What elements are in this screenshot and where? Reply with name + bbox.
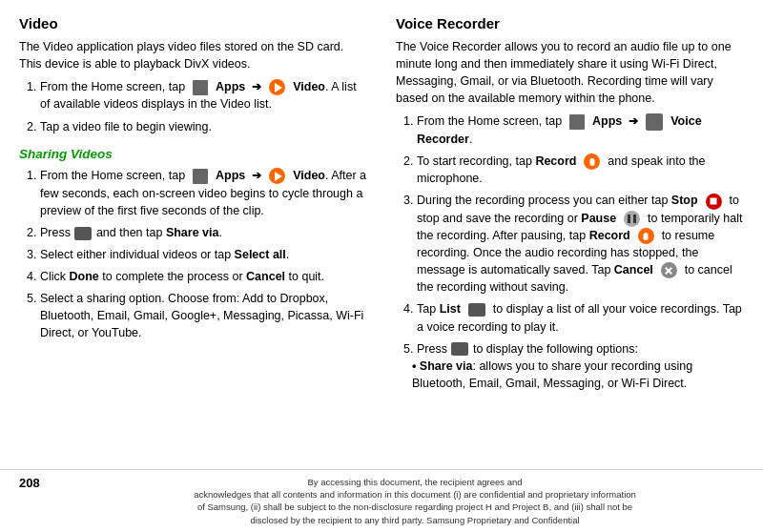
stop-icon — [706, 194, 722, 210]
share-via-bullet: Share via: allows you to share your reco… — [412, 358, 744, 392]
list-icon — [468, 303, 485, 317]
record-label: Record — [535, 154, 576, 168]
list-item: To start recording, tap Record and speak… — [417, 153, 744, 187]
apps-icon — [193, 169, 208, 184]
video-title: Video — [19, 13, 367, 34]
pause-label: Pause — [581, 212, 616, 225]
page-number: 208 — [19, 476, 48, 490]
legal-line3: of Samsung, (ii) shall be subject to the… — [197, 501, 632, 512]
list-item: Press to display the following options: … — [417, 340, 744, 392]
arrow-icon: ➔ — [629, 114, 638, 128]
list-item: From the Home screen, tap Apps ➔ Video. … — [40, 167, 367, 219]
record-label2: Record — [589, 229, 630, 242]
list-item: From the Home screen, tap Apps ➔ Video. … — [40, 78, 367, 113]
video-icon — [269, 79, 285, 95]
apps-label: Apps — [216, 169, 245, 182]
apps-icon — [569, 114, 585, 130]
menu-icon — [74, 227, 92, 240]
select-all-label: Select all — [235, 248, 286, 261]
footer-legal: By accessing this document, the recipien… — [86, 476, 744, 526]
cancel-icon — [661, 262, 677, 278]
list-item: During the recording process you can eit… — [417, 192, 744, 296]
legal-line4: disclosed by the recipient to any third … — [250, 515, 579, 525]
voice-recorder-title: Voice Recorder — [396, 13, 744, 34]
cancel-label: Cancel — [246, 270, 285, 283]
arrow-icon: ➔ — [252, 80, 261, 93]
arrow-icon: ➔ — [252, 169, 261, 182]
list-item: Select either individual videos or tap S… — [40, 246, 367, 263]
list-item: Select a sharing option. Choose from: Ad… — [40, 290, 367, 341]
done-label: Done — [70, 270, 99, 283]
list-item: Press and then tap Share via. — [40, 224, 367, 241]
video-intro: The Video application plays video files … — [19, 38, 367, 72]
legal-line2: acknowledges that all contents and infor… — [194, 489, 636, 500]
list-item: Tap a video file to begin viewing. — [40, 118, 367, 135]
columns: Video The Video application plays video … — [0, 13, 763, 469]
record-icon2 — [638, 228, 654, 244]
stop-label: Stop — [671, 194, 698, 207]
video-label: Video — [293, 169, 325, 182]
apps-label: Apps — [216, 80, 245, 93]
share-via-label: Share via — [166, 226, 219, 239]
list-item: Click Done to complete the process or Ca… — [40, 268, 367, 285]
footer: 208 By accessing this document, the reci… — [0, 469, 763, 532]
video-label: Video — [293, 80, 325, 93]
list-item: From the Home screen, tap Apps ➔ Voice R… — [417, 113, 744, 148]
left-column: Video The Video application plays video … — [19, 13, 367, 469]
record-icon — [584, 153, 600, 170]
legal-line1: By accessing this document, the recipien… — [308, 477, 523, 487]
voice-steps: From the Home screen, tap Apps ➔ Voice R… — [396, 113, 744, 392]
apps-label: Apps — [592, 114, 622, 128]
video-icon — [269, 168, 285, 184]
pause-icon — [624, 211, 640, 227]
voice-icon — [646, 113, 663, 131]
sharing-videos-title: Sharing Videos — [19, 145, 367, 164]
page: Video The Video application plays video … — [0, 0, 763, 532]
menu-icon2 — [451, 342, 468, 356]
video-steps: From the Home screen, tap Apps ➔ Video. … — [19, 78, 367, 135]
share-via-bullet-label: Share via — [420, 359, 473, 373]
sharing-steps: From the Home screen, tap Apps ➔ Video. … — [19, 167, 367, 341]
list-label: List — [440, 302, 461, 316]
list-item: Tap List to display a list of all your v… — [417, 300, 744, 335]
right-column: Voice Recorder The Voice Recorder allows… — [396, 13, 744, 469]
apps-icon — [193, 80, 208, 95]
voice-recorder-intro: The Voice Recorder allows you to record … — [396, 38, 744, 108]
cancel-label2: Cancel — [614, 263, 653, 276]
